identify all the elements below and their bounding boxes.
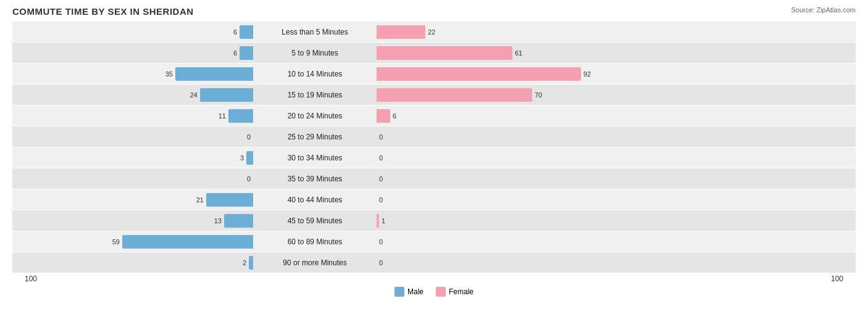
female-side: 22 xyxy=(377,22,617,42)
female-side: 0 xyxy=(377,147,617,168)
male-side: 3 xyxy=(12,147,253,168)
female-side: 0 xyxy=(377,231,617,252)
female-side: 92 xyxy=(377,64,617,84)
male-value: 11 xyxy=(219,112,226,120)
male-value: 21 xyxy=(196,196,204,204)
table-row: 330 to 34 Minutes0 xyxy=(12,147,856,168)
source-text: Source: ZipAtlas.com xyxy=(791,6,856,14)
chart-title: COMMUTE TIME BY SEX IN SHERIDAN xyxy=(12,6,856,17)
legend-female-box xyxy=(436,287,446,297)
male-side: 6 xyxy=(12,22,253,42)
table-row: 65 to 9 Minutes61 xyxy=(12,43,856,63)
chart-container: COMMUTE TIME BY SEX IN SHERIDAN Source: … xyxy=(0,0,868,322)
female-side: 1 xyxy=(377,210,617,231)
table-row: 025 to 29 Minutes0 xyxy=(12,126,856,147)
female-value: 0 xyxy=(379,154,383,162)
female-value: 92 xyxy=(583,70,591,78)
male-side: 0 xyxy=(12,126,253,147)
male-side: 2 xyxy=(12,252,253,273)
legend-male-box xyxy=(394,287,404,297)
female-side: 0 xyxy=(377,252,617,273)
table-row: 5960 to 89 Minutes0 xyxy=(12,231,856,252)
table-row: 290 or more Minutes0 xyxy=(12,252,856,273)
legend-female-label: Female xyxy=(449,287,474,296)
table-row: 6Less than 5 Minutes22 xyxy=(12,22,856,42)
row-label: 15 to 19 Minutes xyxy=(253,91,377,99)
female-value: 0 xyxy=(379,259,383,266)
male-value: 24 xyxy=(190,91,198,99)
row-label: 40 to 44 Minutes xyxy=(253,196,377,204)
male-side: 6 xyxy=(12,43,253,63)
male-value: 35 xyxy=(165,70,173,78)
female-side: 0 xyxy=(377,126,617,147)
row-label: 25 to 29 Minutes xyxy=(253,133,377,141)
male-value: 6 xyxy=(233,49,237,57)
male-value: 59 xyxy=(112,238,120,246)
row-label: 5 to 9 Minutes xyxy=(253,49,377,57)
female-value: 0 xyxy=(379,238,383,246)
male-side: 35 xyxy=(12,64,253,84)
row-label: 45 to 59 Minutes xyxy=(253,217,377,225)
chart-body: 6Less than 5 Minutes2265 to 9 Minutes613… xyxy=(12,22,856,273)
row-label: 35 to 39 Minutes xyxy=(253,175,377,183)
axis-left: 100 xyxy=(25,275,37,283)
legend-female: Female xyxy=(436,287,474,297)
female-value: 0 xyxy=(379,196,383,204)
row-label: 60 to 89 Minutes xyxy=(253,237,377,246)
row-label: 30 to 34 Minutes xyxy=(253,154,377,162)
table-row: 035 to 39 Minutes0 xyxy=(12,168,856,189)
female-value: 0 xyxy=(379,133,383,141)
male-side: 59 xyxy=(12,231,253,252)
female-side: 0 xyxy=(377,168,617,189)
legend-male-label: Male xyxy=(407,287,424,296)
table-row: 2415 to 19 Minutes70 xyxy=(12,85,856,105)
male-side: 11 xyxy=(12,105,253,126)
female-side: 0 xyxy=(377,189,617,210)
row-label: 10 to 14 Minutes xyxy=(253,70,377,78)
male-value: 0 xyxy=(247,133,251,141)
row-label: Less than 5 Minutes xyxy=(253,28,377,36)
male-side: 13 xyxy=(12,210,253,231)
female-value: 22 xyxy=(428,28,435,36)
female-value: 70 xyxy=(535,91,542,99)
axis-right: 100 xyxy=(831,275,843,283)
female-value: 6 xyxy=(393,112,396,120)
male-side: 24 xyxy=(12,85,253,105)
row-label: 90 or more Minutes xyxy=(253,258,377,267)
female-side: 61 xyxy=(377,43,617,63)
male-value: 0 xyxy=(247,175,251,183)
table-row: 1345 to 59 Minutes1 xyxy=(12,210,856,231)
row-label: 20 to 24 Minutes xyxy=(253,112,377,120)
female-value: 61 xyxy=(515,49,522,57)
female-value: 0 xyxy=(379,175,383,183)
female-side: 70 xyxy=(377,85,617,105)
table-row: 3510 to 14 Minutes92 xyxy=(12,64,856,84)
male-value: 6 xyxy=(233,28,237,36)
male-side: 21 xyxy=(12,189,253,210)
table-row: 1120 to 24 Minutes6 xyxy=(12,105,856,126)
male-value: 2 xyxy=(243,259,246,266)
axis-labels: 100 100 xyxy=(12,275,856,283)
legend-male: Male xyxy=(394,287,424,297)
female-value: 1 xyxy=(382,217,385,225)
legend: Male Female xyxy=(12,287,856,297)
female-side: 6 xyxy=(377,105,617,126)
table-row: 2140 to 44 Minutes0 xyxy=(12,189,856,210)
male-side: 0 xyxy=(12,168,253,189)
male-value: 3 xyxy=(240,154,244,162)
male-value: 13 xyxy=(214,217,222,225)
